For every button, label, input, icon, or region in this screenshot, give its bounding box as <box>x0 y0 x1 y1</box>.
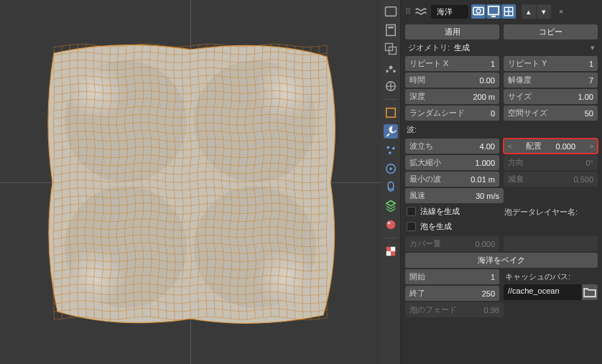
wave-heading: 波: <box>405 122 598 137</box>
geometry-label: ジオメトリ: <box>408 42 450 53</box>
svg-rect-22 <box>391 247 395 251</box>
texture-tab-icon[interactable] <box>384 244 398 258</box>
copy-button[interactable]: コピー <box>504 24 598 39</box>
properties-tabs <box>381 0 401 364</box>
svg-rect-4 <box>385 7 396 17</box>
geometry-value: 生成 <box>454 42 470 53</box>
spatial-size-field[interactable]: 空間サイズ50 <box>504 106 598 121</box>
constraint-tab-icon[interactable] <box>384 180 398 195</box>
bake-start-field[interactable]: 開始1 <box>405 269 499 284</box>
svg-point-15 <box>392 147 394 150</box>
direction-field: 方向0° <box>504 155 598 170</box>
svg-rect-21 <box>386 247 390 251</box>
move-up-icon[interactable]: ▴ <box>522 4 536 19</box>
drag-handle-icon[interactable]: ⠿ <box>405 7 411 17</box>
material-tab-icon[interactable] <box>384 218 398 232</box>
modifier-tab-icon[interactable] <box>384 124 398 139</box>
bake-end-field[interactable]: 終了250 <box>405 286 499 301</box>
foam-layer-name-field <box>504 236 598 251</box>
size-field[interactable]: サイズ1.00 <box>504 89 598 104</box>
coverage-field: カバー量0.000 <box>405 236 499 251</box>
folder-icon[interactable] <box>582 284 598 300</box>
render-tab-icon[interactable] <box>384 4 398 19</box>
move-down-icon[interactable]: ▾ <box>537 4 551 19</box>
modifier-panel: ⠿ 海洋 ▴ ▾ × 適用 コピー ジオメトリ: 生成 ▾ リピート X1 リピ… <box>401 0 602 364</box>
repeat-x-field[interactable]: リピート X1 <box>405 56 499 71</box>
time-field[interactable]: 時間0.00 <box>405 73 499 88</box>
generate-foam-checkbox[interactable] <box>407 222 416 231</box>
display-render-icon[interactable] <box>471 4 486 19</box>
generate-normals-label: 法線を生成 <box>420 206 460 217</box>
svg-point-18 <box>389 167 392 170</box>
bake-ocean-button[interactable]: 海洋をベイク <box>405 253 598 268</box>
physics-tab-icon[interactable] <box>384 162 398 176</box>
depth-field[interactable]: 深度200 m <box>405 89 499 104</box>
world-tab-icon[interactable] <box>384 79 398 93</box>
particle-tab-icon[interactable] <box>384 143 398 157</box>
svg-point-14 <box>386 146 389 149</box>
output-tab-icon[interactable] <box>384 23 398 37</box>
svg-point-16 <box>388 151 391 154</box>
cache-path-field[interactable]: //cache_ocean <box>504 284 582 300</box>
close-icon[interactable]: × <box>554 4 568 19</box>
cache-path-label: キャッシュのパス: <box>504 269 598 284</box>
svg-point-26 <box>476 9 481 13</box>
display-viewport-icon[interactable] <box>486 4 501 19</box>
object-tab-icon[interactable] <box>384 106 398 120</box>
foam-fade-field: 泡のフェード0.98 <box>405 302 504 317</box>
generate-foam-label: 泡を生成 <box>420 221 452 232</box>
svg-point-2 <box>65 186 187 308</box>
svg-point-9 <box>389 66 392 70</box>
svg-rect-27 <box>488 6 499 14</box>
ocean-modifier-icon <box>414 4 428 19</box>
alignment-field[interactable]: <配置0.000> <box>504 139 598 154</box>
scene-tab-icon[interactable] <box>384 60 398 75</box>
modifier-name-field[interactable]: 海洋 <box>431 5 468 19</box>
svg-rect-28 <box>491 16 496 17</box>
svg-point-1 <box>194 60 316 182</box>
repeat-y-field[interactable]: リピート Y1 <box>504 56 598 71</box>
foam-layer-label: 泡データレイヤー名: <box>503 205 598 235</box>
apply-button[interactable]: 適用 <box>405 24 499 39</box>
svg-rect-23 <box>386 251 390 256</box>
svg-rect-13 <box>386 108 395 118</box>
resolution-field[interactable]: 解像度7 <box>504 73 598 88</box>
random-seed-field[interactable]: ランダムシード0 <box>405 106 499 121</box>
wind-velocity-field[interactable]: 風速30 m/s <box>405 188 504 203</box>
ocean-mesh <box>32 24 348 340</box>
smallest-wave-field[interactable]: 最小の波0.01 m <box>405 172 499 187</box>
geometry-select[interactable]: ジオメトリ: 生成 ▾ <box>405 41 598 55</box>
svg-point-11 <box>393 70 396 73</box>
svg-rect-5 <box>386 25 395 36</box>
viewlayer-tab-icon[interactable] <box>384 42 398 56</box>
svg-rect-24 <box>391 251 395 256</box>
display-editmode-icon[interactable] <box>501 4 516 19</box>
damping-field: 減衰0.500 <box>504 172 598 187</box>
data-tab-icon[interactable] <box>384 199 398 213</box>
viewport-3d[interactable] <box>0 0 381 364</box>
scale-field[interactable]: 拡大縮小1.000 <box>405 155 499 170</box>
choppiness-field[interactable]: 波立ち4.00 <box>405 139 499 154</box>
svg-point-3 <box>194 186 316 308</box>
svg-point-10 <box>386 70 389 73</box>
svg-rect-6 <box>388 27 394 29</box>
generate-normals-checkbox[interactable] <box>407 207 416 216</box>
svg-point-20 <box>387 222 390 225</box>
svg-point-19 <box>386 220 395 230</box>
svg-point-0 <box>65 60 187 182</box>
